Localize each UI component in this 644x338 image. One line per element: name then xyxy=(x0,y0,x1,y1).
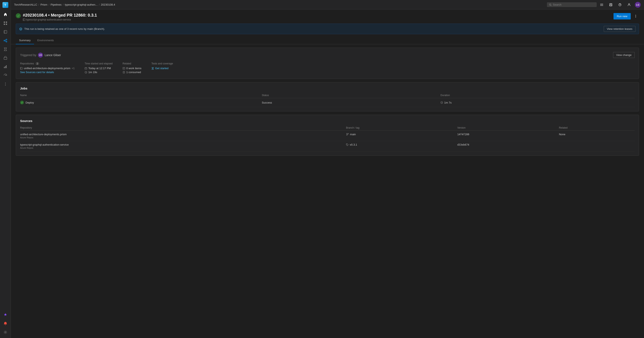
sidebar-icon-notification[interactable] xyxy=(1,319,10,328)
sidebar: T xyxy=(0,0,11,338)
svg-rect-4 xyxy=(4,30,7,33)
retention-banner: This run is being retained as one of 3 r… xyxy=(16,24,639,34)
sidebar-icon-artifacts[interactable] xyxy=(1,54,10,62)
svg-point-28 xyxy=(620,5,620,6)
sidebar-icon-home[interactable] xyxy=(1,10,10,19)
app-logo[interactable]: T xyxy=(2,2,9,8)
help-icon[interactable] xyxy=(616,1,623,8)
jobs-col-status: Status xyxy=(262,93,440,98)
svg-line-10 xyxy=(5,41,6,41)
meta-time: Time started and elapsed Today at 12:17 … xyxy=(85,62,113,75)
breadcrumb-org[interactable]: TorchResearchLLC xyxy=(14,3,37,6)
more-actions-button[interactable] xyxy=(632,13,639,19)
breadcrumb-current: 20230108.4 xyxy=(101,3,115,6)
svg-point-19 xyxy=(550,4,551,5)
breadcrumb-sep-3: / xyxy=(63,3,64,6)
source-branch-1: main xyxy=(343,131,454,141)
time-elapsed-row: 1m 19s xyxy=(85,71,113,74)
svg-point-54 xyxy=(348,133,348,134)
sidebar-icon-marketplace[interactable] xyxy=(1,311,10,319)
source-related-1: None xyxy=(556,131,635,141)
sidebar-icon-repos[interactable] xyxy=(1,28,10,36)
sidebar-icon-testplans[interactable] xyxy=(1,45,10,53)
jobs-card: Jobs Name Status Duration xyxy=(16,82,639,111)
svg-rect-40 xyxy=(85,67,87,69)
search-box[interactable] xyxy=(547,2,597,7)
search-input[interactable] xyxy=(553,3,594,6)
run-success-icon xyxy=(16,13,21,18)
page-header: #20230108.4 • Merged PR 12860: 0.3.1 typ… xyxy=(11,9,644,21)
svg-point-29 xyxy=(628,3,630,5)
svg-rect-26 xyxy=(610,5,612,6)
time-label: Time started and elapsed xyxy=(85,62,113,65)
person-icon[interactable] xyxy=(626,1,632,8)
source-branch-2: v0.3.1 xyxy=(343,141,454,151)
sidebar-icon-sprint[interactable] xyxy=(1,71,10,80)
sidebar-icon-more[interactable] xyxy=(1,80,10,88)
svg-rect-25 xyxy=(610,3,612,4)
breadcrumb-prism[interactable]: Prism xyxy=(40,3,47,6)
page-title: #20230108.4 • Merged PR 12860: 0.3.1 xyxy=(23,13,97,18)
svg-point-32 xyxy=(636,15,636,15)
duration-clock-icon xyxy=(440,101,443,104)
search-icon xyxy=(549,3,552,6)
sidebar-icon-boards[interactable] xyxy=(1,19,10,27)
related-label: Related xyxy=(122,62,142,65)
svg-point-56 xyxy=(347,144,347,144)
job-name-cell: Deploy xyxy=(20,98,262,107)
svg-point-7 xyxy=(6,39,7,40)
svg-line-9 xyxy=(5,40,6,40)
svg-point-15 xyxy=(5,83,6,83)
svg-point-34 xyxy=(636,17,636,18)
svg-point-18 xyxy=(5,332,6,333)
sidebar-icon-analytics[interactable] xyxy=(1,63,10,71)
svg-line-20 xyxy=(551,5,552,6)
source-version-1: 14f4f280 xyxy=(454,131,556,141)
table-row: Deploy Success 1m 7s xyxy=(20,98,635,107)
sources-col-branch: Branch / tag xyxy=(343,125,454,131)
breadcrumb-sep-4: / xyxy=(99,3,100,6)
page-subtitle: typescript-graphql-authentication-servic… xyxy=(23,18,97,21)
svg-rect-30 xyxy=(23,19,25,21)
user-avatar[interactable]: LG xyxy=(635,2,641,8)
save-icon[interactable] xyxy=(608,1,614,8)
test-icon xyxy=(152,67,154,70)
breadcrumb-pipelines[interactable]: Pipelines xyxy=(50,3,62,6)
job-name[interactable]: Deploy xyxy=(26,101,34,104)
view-change-button[interactable]: View change xyxy=(613,52,635,58)
svg-point-52 xyxy=(346,133,347,134)
tests-label: Tests and coverage xyxy=(152,62,173,65)
sources-col-version: Version xyxy=(454,125,556,131)
sidebar-icon-pipelines[interactable] xyxy=(1,36,10,45)
sources-title: Sources xyxy=(20,119,635,123)
calendar-icon xyxy=(85,67,87,70)
svg-rect-3 xyxy=(6,24,7,25)
get-started-link[interactable]: Get started xyxy=(155,67,168,70)
table-row: typescript-graphql-authentication-servic… xyxy=(20,141,635,151)
page-title-section: #20230108.4 • Merged PR 12860: 0.3.1 typ… xyxy=(16,13,97,21)
sidebar-icon-settings[interactable] xyxy=(1,328,10,336)
get-started-row: Get started xyxy=(152,67,173,70)
tab-summary[interactable]: Summary xyxy=(16,37,34,44)
main-content: TorchResearchLLC / Prism / Pipelines / t… xyxy=(11,0,644,338)
svg-rect-1 xyxy=(4,24,5,25)
source-repo-1: unified-architecture-deployments.prism A… xyxy=(20,131,343,141)
breadcrumb-pipeline[interactable]: typescript-graphql-authen... xyxy=(65,3,98,6)
svg-rect-12 xyxy=(4,67,4,68)
svg-rect-22 xyxy=(600,4,603,5)
svg-point-6 xyxy=(4,40,5,41)
sources-card-link[interactable]: See Sources card for details xyxy=(20,71,54,74)
view-retention-leases-button[interactable]: View retention leases xyxy=(604,26,636,32)
svg-point-8 xyxy=(6,41,7,42)
tab-environments[interactable]: Environments xyxy=(34,37,57,44)
breadcrumb-sep-1: / xyxy=(38,3,39,6)
triggered-meta: Repositories 2 unified-architecture-depl… xyxy=(20,62,635,75)
info-icon xyxy=(19,27,22,30)
jobs-table: Name Status Duration Deploy xyxy=(20,93,635,107)
job-check-icon xyxy=(21,102,23,104)
jobs-col-name: Name xyxy=(20,93,262,98)
list-icon[interactable] xyxy=(598,1,605,8)
sources-col-related: Related xyxy=(556,125,635,131)
run-new-button[interactable]: Run new xyxy=(614,13,631,19)
svg-point-53 xyxy=(346,135,347,136)
